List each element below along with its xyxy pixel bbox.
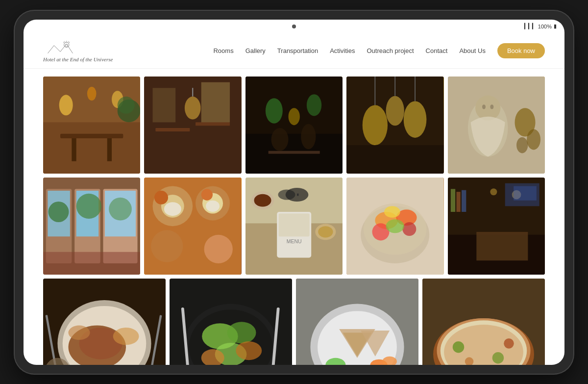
svg-point-49 — [516, 137, 528, 153]
logo-text: Hotel at the End of the Universe — [43, 56, 113, 62]
svg-point-119 — [201, 349, 224, 364]
gallery-photo-1[interactable] — [43, 77, 140, 174]
gallery-photo-11[interactable] — [43, 279, 166, 364]
gallery-photo-14[interactable] — [422, 279, 545, 364]
svg-point-92 — [384, 206, 400, 217]
svg-point-46 — [490, 104, 493, 109]
svg-rect-8 — [43, 77, 140, 174]
svg-rect-53 — [103, 189, 138, 263]
svg-point-125 — [318, 311, 397, 364]
svg-point-62 — [153, 186, 193, 226]
svg-rect-9 — [43, 122, 140, 174]
svg-rect-73 — [245, 223, 343, 275]
svg-point-91 — [386, 219, 404, 233]
svg-point-131 — [325, 358, 345, 364]
svg-point-6 — [65, 44, 66, 45]
nav-rooms[interactable]: Rooms — [213, 47, 233, 54]
svg-point-87 — [375, 212, 398, 229]
svg-point-90 — [403, 222, 416, 236]
gallery-photo-6[interactable] — [43, 178, 140, 275]
svg-rect-121 — [181, 307, 190, 364]
svg-point-29 — [307, 94, 321, 116]
camera — [292, 25, 296, 28]
svg-rect-84 — [346, 178, 443, 275]
svg-point-86 — [364, 203, 426, 255]
svg-point-137 — [453, 341, 465, 353]
svg-point-48 — [527, 129, 540, 150]
svg-point-58 — [76, 194, 101, 219]
svg-point-78 — [254, 194, 271, 207]
svg-point-117 — [227, 322, 256, 344]
svg-line-4 — [68, 41, 69, 42]
gallery-row-1 — [43, 77, 545, 174]
gallery-photo-10[interactable] — [448, 178, 545, 275]
gallery-photo-7[interactable] — [144, 178, 241, 275]
logo-area: Hotel at the End of the Universe — [43, 39, 113, 62]
svg-point-99 — [512, 190, 521, 200]
svg-rect-26 — [245, 77, 343, 174]
svg-marker-128 — [361, 331, 390, 357]
gallery-photo-12[interactable] — [170, 279, 292, 364]
svg-point-16 — [118, 99, 141, 122]
svg-point-66 — [161, 195, 184, 218]
nav-about[interactable]: About Us — [459, 47, 485, 54]
gallery-photo-8[interactable]: MENU — [245, 178, 343, 275]
gallery-photo-9[interactable] — [346, 178, 443, 275]
nav-activities[interactable]: Activities — [330, 47, 355, 54]
signal-icon: ▎▎▎ — [524, 23, 536, 29]
svg-point-106 — [68, 326, 126, 365]
svg-point-30 — [288, 108, 299, 125]
nav-transportation[interactable]: Transportation — [277, 47, 318, 54]
svg-rect-60 — [43, 252, 140, 275]
gallery-photo-13[interactable] — [296, 279, 418, 364]
svg-rect-102 — [514, 186, 537, 200]
status-icons: ▎▎▎ 100% ▮ — [524, 23, 557, 29]
book-now-button[interactable]: Book now — [497, 43, 545, 58]
svg-point-135 — [433, 318, 534, 364]
svg-point-35 — [363, 105, 388, 145]
svg-point-70 — [154, 191, 168, 205]
svg-rect-11 — [72, 138, 76, 161]
svg-point-32 — [301, 124, 316, 149]
svg-point-116 — [202, 323, 238, 349]
svg-rect-75 — [278, 213, 309, 236]
svg-line-2 — [65, 41, 65, 42]
svg-rect-97 — [456, 192, 460, 212]
nav-gallery[interactable]: Gallery — [245, 47, 266, 54]
svg-point-138 — [504, 338, 514, 349]
svg-point-136 — [441, 321, 527, 365]
svg-point-45 — [482, 104, 486, 109]
nav-contact[interactable]: Contact — [426, 47, 448, 54]
svg-rect-123 — [296, 279, 418, 364]
svg-point-57 — [49, 202, 69, 222]
svg-point-24 — [185, 96, 201, 119]
svg-point-139 — [465, 358, 474, 365]
svg-point-79 — [315, 224, 336, 240]
gallery-photo-4[interactable] — [346, 77, 443, 174]
svg-point-7 — [67, 44, 68, 45]
svg-point-68 — [164, 202, 181, 216]
svg-rect-61 — [144, 178, 241, 275]
svg-point-107 — [79, 328, 122, 359]
svg-point-141 — [444, 325, 523, 364]
gallery-row-2: MENU — [43, 178, 545, 275]
svg-rect-133 — [422, 279, 545, 364]
svg-rect-27 — [245, 133, 343, 174]
gallery-photo-2[interactable] — [144, 77, 241, 174]
svg-point-105 — [63, 306, 147, 364]
svg-point-65 — [204, 235, 233, 263]
gallery-photo-3[interactable] — [245, 77, 343, 174]
svg-point-44 — [475, 95, 500, 120]
svg-rect-82 — [297, 194, 299, 196]
svg-rect-22 — [201, 82, 230, 122]
svg-point-88 — [396, 209, 417, 226]
svg-point-69 — [206, 201, 220, 212]
tablet-screen: ▎▎▎ 100% ▮ — [24, 20, 564, 365]
svg-rect-51 — [46, 189, 72, 263]
nav-outreach[interactable]: Outreach project — [367, 47, 414, 54]
battery-icon: ▮ — [554, 23, 557, 29]
gallery-photo-5[interactable] — [448, 77, 545, 174]
svg-point-104 — [57, 300, 151, 364]
svg-point-114 — [184, 304, 277, 365]
svg-point-36 — [404, 101, 427, 138]
